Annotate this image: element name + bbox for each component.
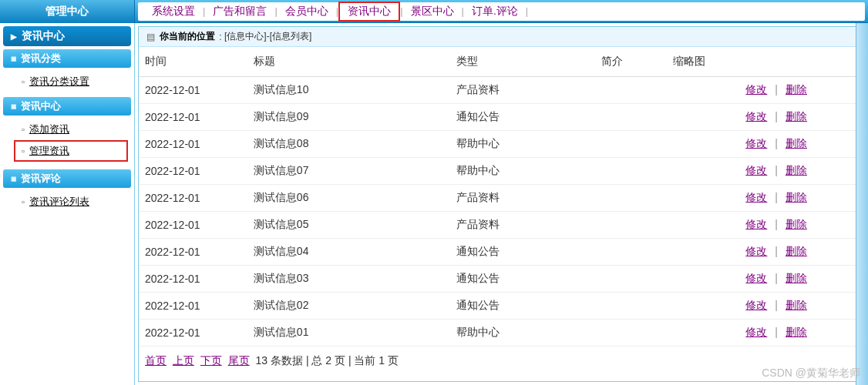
page-summary: 13 条数据 | 总 2 页 | 当前 1 页: [256, 354, 399, 367]
edit-link[interactable]: 修改: [745, 110, 767, 122]
table-row: 2022-12-01测试信息02通知公告修改|删除: [139, 293, 863, 320]
cell-time: 2022-12-01: [139, 266, 247, 293]
sidebar-items: 添加资讯管理资讯: [3, 117, 131, 169]
cell-title: 测试信息09: [247, 104, 450, 131]
sidebar-item-link[interactable]: 管理资讯: [29, 144, 69, 158]
edit-link[interactable]: 修改: [745, 299, 767, 311]
cell-intro: [595, 185, 668, 212]
sidebar-item[interactable]: 资讯评论列表: [3, 192, 131, 211]
table-header-row: 时间标题类型简介缩略图: [139, 47, 863, 77]
nav-item-5[interactable]: 订单.评论: [464, 5, 526, 18]
sidebar-item-link[interactable]: 资讯评论列表: [29, 195, 89, 209]
cell-actions: 修改|删除: [739, 239, 863, 266]
sidebar-group-title: 资讯评论: [3, 169, 131, 188]
cell-actions: 修改|删除: [739, 320, 863, 346]
cell-thumb: [667, 77, 739, 104]
delete-link[interactable]: 删除: [786, 218, 807, 230]
topbar-nav: 系统设置 | 广告和留言 | 会员中心 | 资讯中心 | 景区中心 | 订单.评…: [138, 2, 865, 21]
sidebar-item[interactable]: 管理资讯: [14, 140, 128, 162]
delete-link[interactable]: 删除: [786, 110, 807, 122]
data-table: 时间标题类型简介缩略图 2022-12-01测试信息10产品资料修改|删除202…: [139, 47, 863, 346]
cell-title: 测试信息10: [247, 77, 450, 104]
nav-item-3[interactable]: 资讯中心: [338, 2, 400, 22]
cell-thumb: [667, 158, 739, 185]
cell-intro: [595, 239, 668, 266]
col-header: 标题: [247, 47, 450, 77]
cell-type: 帮助中心: [450, 320, 595, 346]
edit-link[interactable]: 修改: [745, 137, 767, 149]
edit-link[interactable]: 修改: [745, 83, 767, 95]
cell-type: 通知公告: [450, 239, 595, 266]
cell-thumb: [667, 185, 739, 212]
nav-item-2[interactable]: 会员中心: [278, 5, 336, 18]
cell-thumb: [667, 266, 739, 293]
delete-link[interactable]: 删除: [786, 299, 807, 311]
delete-link[interactable]: 删除: [786, 191, 807, 203]
breadcrumb: 你当前的位置 : [信息中心]-[信息列表]: [139, 27, 863, 47]
topbar-title: 管理中心: [0, 0, 135, 23]
cell-actions: 修改|删除: [739, 185, 863, 212]
cell-type: 产品资料: [450, 212, 595, 239]
cell-title: 测试信息05: [247, 212, 450, 239]
table-body: 2022-12-01测试信息10产品资料修改|删除2022-12-01测试信息0…: [139, 77, 863, 346]
nav-item-4[interactable]: 景区中心: [403, 5, 462, 18]
delete-link[interactable]: 删除: [786, 164, 807, 176]
nav-item-0[interactable]: 系统设置: [144, 5, 203, 18]
scrollbar-vertical[interactable]: [856, 23, 868, 385]
cell-type: 通知公告: [450, 293, 595, 320]
cell-type: 产品资料: [450, 77, 595, 104]
cell-intro: [595, 293, 668, 320]
edit-link[interactable]: 修改: [745, 245, 767, 257]
cell-thumb: [667, 104, 739, 131]
cell-thumb: [667, 293, 739, 320]
cell-type: 通知公告: [450, 104, 595, 131]
cell-title: 测试信息08: [247, 131, 450, 158]
cell-thumb: [667, 212, 739, 239]
edit-link[interactable]: 修改: [745, 218, 767, 230]
sidebar-item-link[interactable]: 资讯分类设置: [29, 75, 89, 89]
sidebar-item[interactable]: 资讯分类设置: [3, 72, 131, 91]
page-first[interactable]: 首页: [145, 354, 167, 367]
edit-link[interactable]: 修改: [745, 164, 767, 176]
cell-time: 2022-12-01: [139, 320, 247, 346]
table-row: 2022-12-01测试信息09通知公告修改|删除: [139, 104, 863, 131]
topbar: 管理中心 系统设置 | 广告和留言 | 会员中心 | 资讯中心 | 景区中心 |…: [0, 0, 868, 23]
delete-link[interactable]: 删除: [786, 245, 807, 257]
sidebar-item-link[interactable]: 添加资讯: [29, 122, 69, 136]
page-next[interactable]: 下页: [200, 354, 222, 367]
cell-time: 2022-12-01: [139, 185, 247, 212]
page-prev[interactable]: 上页: [173, 354, 194, 367]
table-row: 2022-12-01测试信息08帮助中心修改|删除: [139, 131, 863, 158]
cell-intro: [595, 266, 668, 293]
delete-link[interactable]: 删除: [786, 83, 807, 95]
edit-link[interactable]: 修改: [745, 326, 767, 338]
nav-item-1[interactable]: 广告和留言: [205, 5, 274, 18]
cell-actions: 修改|删除: [739, 104, 863, 131]
col-header: 缩略图: [667, 47, 739, 77]
table-row: 2022-12-01测试信息10产品资料修改|删除: [139, 77, 863, 104]
main: 你当前的位置 : [信息中心]-[信息列表] 时间标题类型简介缩略图 2022-…: [135, 23, 868, 385]
cell-actions: 修改|删除: [739, 293, 863, 320]
pagination: 首页 上页 下页 尾页 13 条数据 | 总 2 页 | 当前 1 页: [139, 346, 863, 376]
table-row: 2022-12-01测试信息06产品资料修改|删除: [139, 185, 863, 212]
cell-actions: 修改|删除: [739, 266, 863, 293]
cell-title: 测试信息01: [247, 320, 450, 346]
delete-link[interactable]: 删除: [786, 272, 807, 284]
delete-link[interactable]: 删除: [786, 326, 807, 338]
delete-link[interactable]: 删除: [786, 137, 807, 149]
cell-intro: [595, 131, 668, 158]
cell-thumb: [667, 320, 739, 346]
cell-time: 2022-12-01: [139, 158, 247, 185]
edit-link[interactable]: 修改: [745, 272, 767, 284]
sidebar-item[interactable]: 添加资讯: [3, 120, 131, 139]
table-row: 2022-12-01测试信息04通知公告修改|删除: [139, 239, 863, 266]
edit-link[interactable]: 修改: [745, 191, 767, 203]
breadcrumb-label: 你当前的位置: [160, 30, 215, 43]
cell-title: 测试信息06: [247, 185, 450, 212]
cell-time: 2022-12-01: [139, 77, 247, 104]
cell-type: 帮助中心: [450, 158, 595, 185]
cell-title: 测试信息07: [247, 158, 450, 185]
col-header: [739, 47, 863, 77]
page-last[interactable]: 尾页: [228, 354, 250, 367]
sidebar-group-title: 资讯中心: [3, 97, 131, 116]
